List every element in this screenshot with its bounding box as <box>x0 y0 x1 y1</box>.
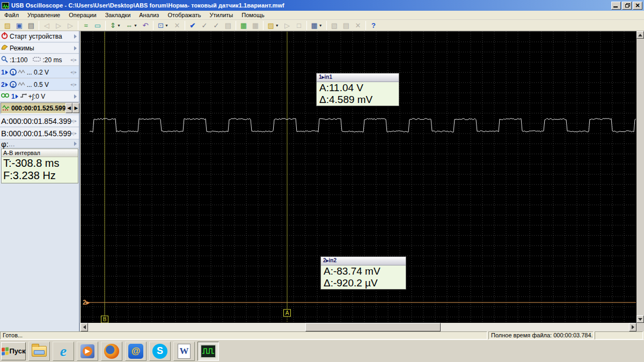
print-icon[interactable]: ▤ <box>25 20 37 31</box>
media-player-icon[interactable]: ▶ <box>77 342 98 361</box>
clear-screen-icon: ✕ <box>171 20 183 31</box>
channel2-spinner[interactable]: ◂|▸ <box>70 82 77 87</box>
help-icon[interactable]: ? <box>368 20 379 31</box>
start-device-row[interactable]: Старт устройства <box>0 31 79 42</box>
cursor-b-row[interactable]: B: 000:00:01.545.599 ◂|▸ <box>0 128 79 139</box>
cursor-b-value: 000:00:01.545.599 <box>9 129 71 138</box>
minimize-button[interactable] <box>611 2 621 10</box>
time-step-back-button[interactable]: ◀ <box>65 103 72 113</box>
trigger-slope-icon <box>20 93 27 100</box>
start-button-label: Пуск <box>10 347 26 355</box>
cursor-b-spinner[interactable]: ◂|▸ <box>70 131 77 136</box>
toolbar-separator <box>365 21 366 30</box>
restore-button[interactable] <box>622 2 632 10</box>
scroll-right-button[interactable] <box>629 323 636 331</box>
scroll-up-button[interactable] <box>636 31 644 39</box>
menu-item-закладки[interactable]: Закладки <box>101 11 135 19</box>
menu-item-управление[interactable]: Управление <box>23 11 64 19</box>
channel2-row[interactable]: 2 2 ... 0.5 V ◂|▸ <box>0 79 79 91</box>
channel2-tooltip[interactable]: 2▸in2 A:-83.74 mV Δ:-920.2 µV <box>320 256 406 290</box>
word-icon[interactable]: W <box>173 342 195 361</box>
modes-row[interactable]: Режимы <box>0 43 79 54</box>
scroll-down-button[interactable] <box>636 315 644 323</box>
time-step-forward-button[interactable]: ▶ <box>72 103 79 113</box>
phase-label: φ: <box>1 139 9 149</box>
start-button[interactable]: Пуск <box>1 342 26 360</box>
menu-item-анализ[interactable]: Анализ <box>135 11 163 19</box>
taskbar: Пуск e▶@SW EN » 17:34 Сб 24.12.16 <box>0 339 644 362</box>
signal-view-icon[interactable]: ≈ <box>80 20 92 31</box>
signal-capture-icon[interactable]: ▭ <box>92 20 104 31</box>
confirm-icon[interactable]: ✔ <box>187 20 199 31</box>
oscilloscope-display[interactable]: 2▸BA 1▸in1 A:11.04 V Δ:4.589 mV 2▸in2 A:… <box>80 31 636 323</box>
oscilloscope-app-icon[interactable] <box>197 342 219 361</box>
zoom-amplitude-icon[interactable]: ⇕▼ <box>107 20 123 31</box>
expand-arrow-icon <box>74 94 77 99</box>
undo-icon[interactable]: ↶ <box>140 20 151 31</box>
sweep-value: :20 ms <box>42 56 62 64</box>
channel1-amplitude: A:11.04 V <box>317 82 399 94</box>
desktop: USB Oscilloscope - C:\Users\User\Desktop… <box>0 0 644 362</box>
scroll-left-button[interactable] <box>80 323 88 331</box>
next-fragment-icon: ▷ <box>53 20 64 31</box>
channel1-range: ... 0.2 V <box>27 69 49 76</box>
cursor-b-label: B: <box>1 129 9 138</box>
menu-item-файл[interactable]: Файл <box>0 11 23 19</box>
mailru-icon[interactable]: @ <box>125 342 147 361</box>
channel1-spinner[interactable]: ◂|▸ <box>70 70 77 75</box>
export-folder-icon[interactable]: ▨▼ <box>265 20 281 31</box>
svg-text:2▸: 2▸ <box>83 299 90 306</box>
explorer-icon[interactable] <box>28 342 50 361</box>
open-file-icon[interactable]: ▨ <box>2 20 13 31</box>
channel1-row[interactable]: 1 1 ... 0.2 V ◂|▸ <box>0 67 79 78</box>
time-position-box[interactable]: 000:00:01.525.599 ◀ ▶ <box>1 102 79 114</box>
power-icon <box>1 32 8 41</box>
menu-item-операции[interactable]: Операции <box>64 11 100 19</box>
menu-item-утилиты[interactable]: Утилиты <box>206 11 238 19</box>
expand-arrow-icon <box>74 46 77 50</box>
title-bar: USB Oscilloscope - C:\Users\User\Desktop… <box>0 0 644 11</box>
menu-item-помощь[interactable]: Помощь <box>237 11 269 19</box>
horizontal-scroll-thumb[interactable] <box>305 323 441 331</box>
phase-row[interactable]: φ: ... <box>0 140 79 148</box>
channel2-delta: Δ:-920.2 µV <box>321 277 406 289</box>
menu-item-отображать[interactable]: Отображать <box>163 11 205 19</box>
interval-freq-value: F:3.238 Hz <box>2 169 78 182</box>
zoom-scale-icon <box>1 56 8 64</box>
app-icon <box>2 2 9 9</box>
zoom-time-icon[interactable]: ⇔▼ <box>123 20 140 31</box>
firefox-icon[interactable] <box>101 342 122 361</box>
cursor-a-spinner[interactable]: ◂|▸ <box>70 119 77 123</box>
close-button[interactable]: ✕ <box>633 2 642 10</box>
select-region-icon[interactable]: ▦ <box>238 20 250 31</box>
horizontal-scrollbar[interactable] <box>80 323 636 331</box>
channel2-circle-icon: 2 <box>10 81 17 88</box>
channel1-tooltip[interactable]: 1▸in1 A:11.04 V Δ:4.589 mV <box>316 73 399 106</box>
toolbar-separator <box>153 21 153 30</box>
fit-screen-icon[interactable]: ⊡▼ <box>155 20 171 31</box>
svg-text:A: A <box>286 310 289 316</box>
toolbar-separator <box>105 21 106 30</box>
cursor-a-value: 000:00:01.854.399 <box>9 117 71 125</box>
file-total-time: Полное время файла: 000:00:03.784.000 <box>488 331 594 339</box>
zoom-region-icon: ▦ <box>250 20 261 31</box>
ab-interval-panel: А-В интервал T:-308.8 ms F:3.238 Hz <box>1 149 78 183</box>
channel1-delta: Δ:4.589 mV <box>317 94 399 106</box>
export-play-icon: ▷ <box>281 20 293 31</box>
calculator-icon[interactable]: ▦▼ <box>309 20 325 31</box>
vertical-scrollbar[interactable] <box>636 31 644 331</box>
time-position-row: 000:00:01.525.599 ◀ ▶ <box>0 102 79 115</box>
toolbar-separator <box>326 21 327 30</box>
report-icon: ▤ <box>222 20 234 31</box>
scale-spinner[interactable]: ◂|▸ <box>70 57 77 62</box>
control-sidebar: Старт устройства Режимы :1:100 :20 ms ◂|… <box>0 31 80 331</box>
confirm-down-icon[interactable]: ✓ <box>199 20 210 31</box>
internet-explorer-icon[interactable]: e <box>53 342 74 361</box>
confirm-all-icon[interactable]: ✓ <box>210 20 222 31</box>
save-file-icon[interactable]: ▣ <box>13 20 25 31</box>
skype-icon[interactable]: S <box>149 342 171 361</box>
trigger-row[interactable]: 1 +∫:0 V <box>0 91 79 102</box>
scale-row[interactable]: :1:100 :20 ms ◂|▸ <box>0 54 79 66</box>
toolbar-separator <box>78 21 78 30</box>
cursor-a-row[interactable]: A: 000:00:01.854.399 ◂|▸ <box>0 115 79 127</box>
